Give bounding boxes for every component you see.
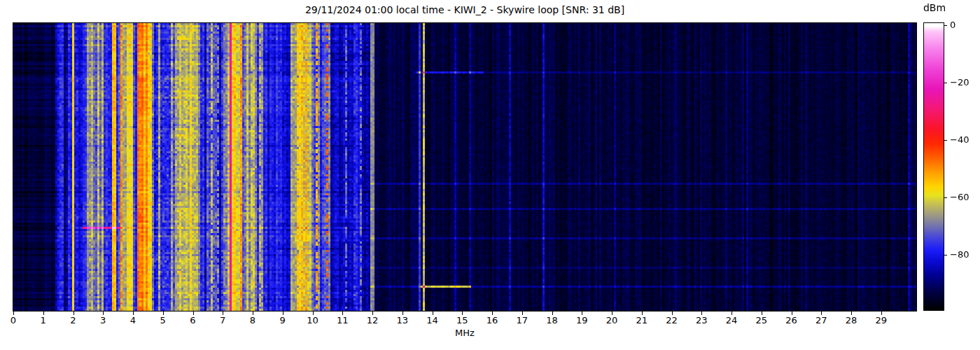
x-tick-label: 5 xyxy=(160,315,166,326)
colorbar-tick-mark xyxy=(944,140,947,141)
x-tick-label: 1 xyxy=(41,315,46,326)
colorbar xyxy=(923,22,944,311)
x-tick-label: 29 xyxy=(875,315,887,326)
colorbar-tick-label: −80 xyxy=(950,249,969,260)
x-tick-label: 10 xyxy=(307,315,318,326)
colorbar-tick-label: −60 xyxy=(950,192,969,202)
x-tick-label: 13 xyxy=(396,315,408,326)
x-tick-label: 6 xyxy=(190,315,195,326)
x-tick-label: 11 xyxy=(337,315,349,326)
x-tick-label: 19 xyxy=(576,315,588,326)
colorbar-label: dBm xyxy=(916,2,953,13)
x-tick-label: 28 xyxy=(846,315,858,326)
x-tick-label: 9 xyxy=(280,315,286,326)
x-tick-label: 23 xyxy=(696,315,708,326)
x-tick-label: 26 xyxy=(785,315,797,326)
colorbar-tick-mark xyxy=(944,25,947,26)
x-tick-label: 0 xyxy=(10,315,16,326)
x-tick-label: 12 xyxy=(367,315,379,326)
x-tick-label: 24 xyxy=(726,315,738,326)
x-tick-label: 25 xyxy=(755,315,767,326)
plot-frame xyxy=(13,22,917,312)
colorbar-tick-label: −20 xyxy=(950,77,969,88)
colorbar-tick-label: 0 xyxy=(950,20,955,30)
x-tick-label: 15 xyxy=(456,315,468,326)
colorbar-tick-mark xyxy=(944,255,947,255)
x-tick-label: 14 xyxy=(426,315,438,326)
colorbar-tick-mark xyxy=(944,197,947,198)
x-tick-label: 27 xyxy=(816,315,827,326)
x-tick-label: 2 xyxy=(70,315,76,326)
x-tick-label: 7 xyxy=(220,315,225,326)
x-tick-label: 4 xyxy=(130,315,136,326)
x-tick-label: 18 xyxy=(546,315,558,326)
x-tick-label: 22 xyxy=(666,315,678,326)
x-tick-label: 3 xyxy=(100,315,106,326)
x-tick-label: 17 xyxy=(516,315,528,326)
x-tick-label: 16 xyxy=(486,315,498,326)
colorbar-tick-label: −40 xyxy=(950,134,969,145)
x-tick-label: 20 xyxy=(606,315,618,326)
x-axis-label: MHz xyxy=(13,328,916,338)
spectrogram-figure: 29/11/2024 01:00 local time - KIWI_2 - S… xyxy=(0,0,980,350)
colorbar-tick-mark xyxy=(944,83,947,83)
x-tick-label: 21 xyxy=(636,315,648,326)
x-tick-label: 8 xyxy=(250,315,255,326)
chart-title: 29/11/2024 01:00 local time - KIWI_2 - S… xyxy=(13,4,916,15)
